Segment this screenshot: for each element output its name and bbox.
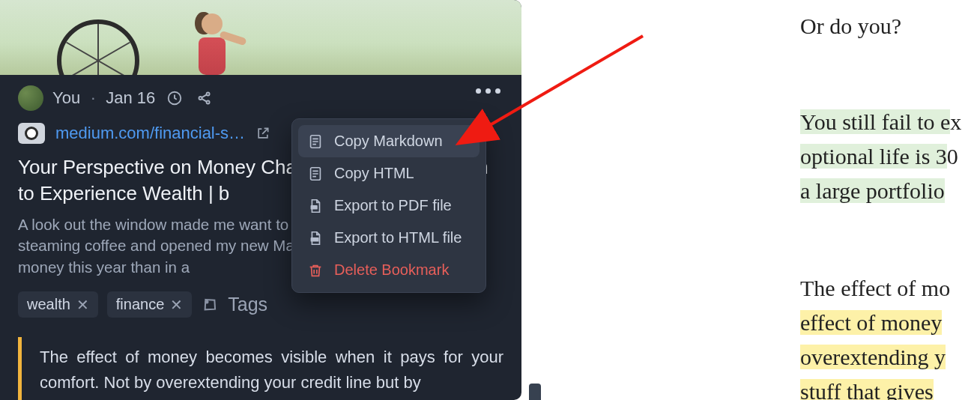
source-url-link[interactable]: medium.com/financial-s… — [55, 124, 245, 143]
highlight-yellow: stuff that gives — [800, 379, 934, 400]
reader-text: overextending y — [800, 340, 946, 375]
svg-point-3 — [207, 100, 210, 103]
person-silhouette-decor — [199, 9, 245, 75]
reader-text: effect of money — [800, 306, 942, 341]
tag-label: wealth — [27, 296, 70, 313]
reader-text: Or do you? — [800, 9, 901, 44]
highlight-quote: The effect of money becomes visible when… — [18, 337, 503, 400]
tag-chip-wealth[interactable]: wealth ✕ — [18, 291, 98, 318]
menu-item-label: Copy HTML — [334, 165, 414, 182]
remove-tag-icon[interactable]: ✕ — [76, 297, 89, 312]
more-menu-button[interactable] — [476, 88, 500, 94]
highlight-yellow: effect of money — [800, 310, 942, 335]
reader-text: optional life is 30 — [800, 139, 958, 175]
svg-point-4 — [206, 300, 208, 303]
pdf-file-icon — [307, 198, 324, 214]
external-link-icon[interactable] — [255, 126, 270, 141]
document-icon — [307, 133, 324, 150]
hero-image — [0, 0, 521, 75]
svg-point-1 — [199, 97, 202, 100]
tags-row: wealth ✕ finance ✕ Tags — [0, 288, 521, 331]
medium-favicon — [18, 123, 45, 144]
remove-tag-icon[interactable]: ✕ — [170, 297, 183, 312]
clock-icon[interactable] — [164, 88, 185, 109]
reader-text: stuff that gives — [800, 375, 934, 400]
menu-item-delete-bookmark[interactable]: Delete Bookmark — [298, 254, 480, 286]
reader-text: You still fail to ex — [800, 105, 961, 140]
trash-icon — [307, 262, 324, 279]
svg-rect-8 — [311, 237, 319, 242]
reader-text: a large portfolio — [800, 174, 945, 209]
tag-icon[interactable] — [201, 296, 219, 314]
highlight-green: a large portfolio — [800, 178, 945, 203]
menu-item-copy-markdown[interactable]: Copy Markdown — [298, 125, 480, 157]
separator: · — [91, 88, 95, 108]
menu-item-label: Export to HTML file — [334, 229, 462, 246]
bicycle-wheel-decor — [57, 19, 139, 75]
tag-chip-finance[interactable]: finance ✕ — [107, 291, 193, 318]
share-icon[interactable] — [194, 88, 215, 109]
reader-text: The effect of mo — [800, 271, 950, 306]
html-file-icon — [307, 230, 324, 246]
menu-item-label: Export to PDF file — [334, 197, 452, 214]
meta-row: You · Jan 16 — [0, 75, 521, 117]
context-menu: Copy Markdown Copy HTML Export to PDF fi… — [291, 118, 486, 293]
menu-item-label: Delete Bookmark — [334, 261, 449, 279]
highlight-yellow: overextending y — [800, 345, 946, 369]
svg-rect-7 — [311, 205, 318, 210]
highlight-green: optional life is 3 — [800, 144, 947, 169]
menu-item-label: Copy Markdown — [334, 133, 443, 150]
reader-pane: Or do you? You still fail to ex optional… — [523, 0, 980, 400]
menu-item-copy-html[interactable]: Copy HTML — [298, 157, 480, 190]
svg-point-2 — [207, 92, 210, 95]
menu-item-export-html[interactable]: Export to HTML file — [298, 222, 480, 254]
scroll-handle[interactable] — [529, 384, 541, 400]
tags-button-label[interactable]: Tags — [228, 294, 267, 315]
menu-item-export-pdf[interactable]: Export to PDF file — [298, 190, 480, 222]
tag-label: finance — [116, 296, 165, 313]
document-icon — [307, 166, 324, 182]
author-label: You — [52, 88, 80, 108]
avatar[interactable] — [18, 85, 43, 111]
highlight-green: You still fail to e — [800, 109, 950, 134]
date-label: Jan 16 — [106, 88, 155, 108]
